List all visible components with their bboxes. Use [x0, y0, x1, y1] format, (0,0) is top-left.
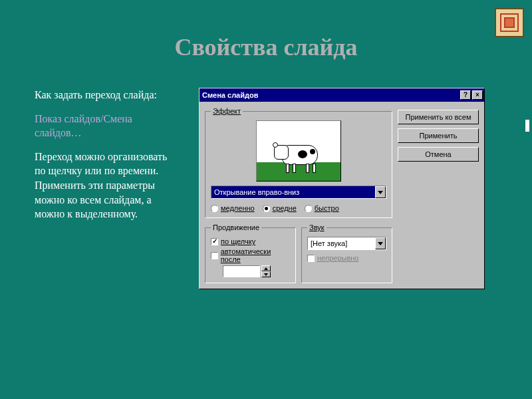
- watermark-bar: [525, 120, 529, 132]
- radio-icon: [305, 205, 312, 212]
- slide-title: Свойства слайда: [0, 0, 532, 61]
- apply-button[interactable]: Применить: [398, 128, 479, 143]
- loop-checkbox: непрерывно: [307, 254, 386, 262]
- help-button[interactable]: ?: [460, 90, 471, 100]
- sound-combo-value: [Нет звука]: [308, 237, 375, 249]
- dialog-title: Смена слайдов: [202, 91, 258, 99]
- cancel-button[interactable]: Отмена: [398, 147, 479, 162]
- loop-label: непрерывно: [317, 254, 358, 262]
- checkbox-icon: [211, 238, 218, 245]
- checkbox-icon: [307, 255, 315, 262]
- checkbox-icon: [211, 252, 218, 259]
- effect-combo[interactable]: Открывание вправо-вниз: [211, 186, 386, 199]
- powerpoint-corner-icon: [495, 8, 524, 37]
- auto-after-checkbox[interactable]: автоматически после: [211, 247, 290, 263]
- effect-preview[interactable]: [256, 120, 341, 182]
- chevron-down-icon[interactable]: [375, 186, 386, 198]
- effect-group: Эффект Открывание вправо-: [205, 107, 392, 218]
- time-input[interactable]: [223, 265, 260, 277]
- speed-slow-label: медленно: [221, 204, 255, 212]
- radio-icon: [211, 205, 218, 212]
- advance-group-label: Продвижение: [211, 223, 261, 231]
- spin-down-button[interactable]: [261, 271, 271, 277]
- speed-fast-label: быстро: [315, 204, 339, 212]
- intro-text: Как задать переход слайда:: [35, 88, 178, 102]
- on-click-checkbox[interactable]: по щелчку: [211, 237, 290, 245]
- close-button[interactable]: ×: [472, 90, 483, 100]
- slide-body-text: Как задать переход слайда: Показ слайдов…: [35, 88, 178, 289]
- sound-group: Звук [Нет звука] непрерывно: [301, 223, 392, 283]
- on-click-label: по щелчку: [221, 237, 255, 245]
- effect-group-label: Эффект: [213, 107, 241, 115]
- auto-after-label: автоматически после: [221, 247, 271, 263]
- menu-path-text: Показ слайдов/Смена слайдов…: [35, 112, 178, 140]
- speed-medium-option[interactable]: средне: [263, 204, 297, 212]
- slide-transition-dialog: Смена слайдов ? × Эффект: [199, 88, 485, 289]
- effect-combo-value: Открывание вправо-вниз: [211, 186, 375, 198]
- speed-medium-label: средне: [273, 204, 297, 212]
- sound-combo[interactable]: [Нет звука]: [307, 237, 386, 250]
- speed-fast-option[interactable]: быстро: [305, 204, 339, 212]
- speed-slow-option[interactable]: медленно: [211, 204, 255, 212]
- dialog-titlebar[interactable]: Смена слайдов ? ×: [200, 88, 484, 102]
- advance-group: Продвижение по щелчку автоматически посл…: [205, 223, 296, 283]
- radio-icon: [263, 205, 270, 212]
- chevron-down-icon[interactable]: [375, 237, 386, 249]
- apply-to-all-button[interactable]: Применить ко всем: [398, 110, 479, 124]
- description-text: Переход можно организовать по щелчку или…: [35, 150, 178, 221]
- sound-group-label: Звук: [309, 223, 325, 231]
- spin-up-button[interactable]: [261, 265, 271, 271]
